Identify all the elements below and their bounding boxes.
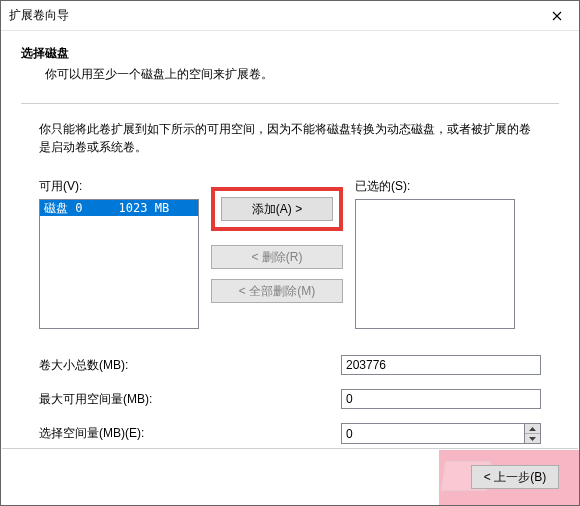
list-item[interactable]: 磁盘 0 1023 MB [40,200,198,216]
max-space-label: 最大可用空间量(MB): [39,391,341,408]
total-size-row: 卷大小总数(MB): [39,355,541,375]
max-space-value [341,389,541,409]
select-space-label: 选择空间量(MB)(E): [39,425,341,442]
transfer-buttons: 添加(A) > < 删除(R) < 全部删除(M) [211,178,343,303]
footer-buttons: < 上一步(B) [471,465,559,489]
titlebar: 扩展卷向导 [1,1,579,31]
add-button[interactable]: 添加(A) > [221,197,333,221]
chevron-up-icon [529,427,536,431]
spinner-up[interactable] [525,424,540,434]
total-size-value [341,355,541,375]
footer-divider [2,448,578,449]
wizard-window: 扩展卷向导 选择磁盘 你可以用至少一个磁盘上的空间来扩展卷。 你只能将此卷扩展到… [0,0,580,506]
available-label: 可用(V): [39,178,199,195]
remove-button[interactable]: < 删除(R) [211,245,343,269]
selected-label: 已选的(S): [355,178,515,195]
description-text: 你只能将此卷扩展到如下所示的可用空间，因为不能将磁盘转换为动态磁盘，或者被扩展的… [39,120,541,156]
close-button[interactable] [534,1,579,31]
disk-lists-row: 可用(V): 磁盘 0 1023 MB 添加(A) > < 删除(R) < 全部… [39,178,541,329]
select-space-input[interactable] [341,423,524,444]
page-heading: 选择磁盘 [21,45,559,62]
spinner-buttons [524,423,541,444]
content-area: 选择磁盘 你可以用至少一个磁盘上的空间来扩展卷。 你只能将此卷扩展到如下所示的可… [1,31,579,444]
selected-listbox[interactable] [355,199,515,329]
select-space-row: 选择空间量(MB)(E): [39,423,541,444]
selected-column: 已选的(S): [355,178,515,329]
select-space-spinner [341,423,541,444]
max-space-row: 最大可用空间量(MB): [39,389,541,409]
spinner-down[interactable] [525,434,540,443]
close-icon [552,11,562,21]
total-size-label: 卷大小总数(MB): [39,357,341,374]
highlight-frame: 添加(A) > [211,187,343,231]
remove-all-button[interactable]: < 全部删除(M) [211,279,343,303]
window-title: 扩展卷向导 [9,7,69,24]
available-listbox[interactable]: 磁盘 0 1023 MB [39,199,199,329]
page-subheading: 你可以用至少一个磁盘上的空间来扩展卷。 [45,66,559,83]
divider [21,103,559,104]
chevron-down-icon [529,437,536,441]
inner-panel: 你只能将此卷扩展到如下所示的可用空间，因为不能将磁盘转换为动态磁盘，或者被扩展的… [21,120,559,444]
available-column: 可用(V): 磁盘 0 1023 MB [39,178,199,329]
back-button[interactable]: < 上一步(B) [471,465,559,489]
